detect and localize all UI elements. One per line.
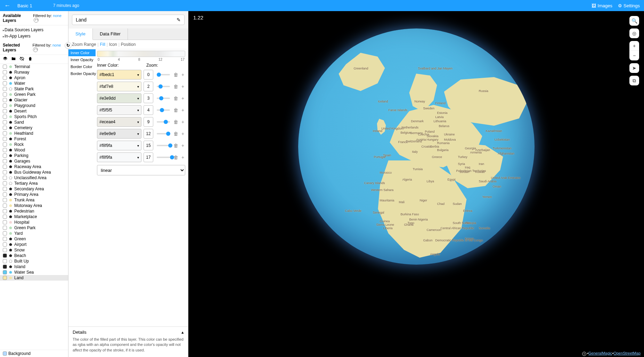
checkbox-icon[interactable]	[3, 81, 7, 85]
layer-item[interactable]: Cemetery	[0, 125, 68, 131]
globe[interactable]: GreenlandIcelandNorwaySwedenFinlandRussi…	[298, 28, 535, 265]
layer-item[interactable]: Water	[0, 81, 68, 86]
layer-item[interactable]: Built Up	[0, 258, 68, 264]
layer-item[interactable]: Desert	[0, 108, 68, 114]
checkbox-icon[interactable]	[3, 109, 7, 113]
prop-inner-color[interactable]: Inner Color	[68, 49, 96, 56]
checkbox-icon[interactable]	[3, 115, 7, 119]
zoom-value-input[interactable]: 15	[144, 141, 153, 150]
delete-stop-button[interactable]: 🗑	[173, 107, 178, 113]
add-stop-button[interactable]: +	[180, 131, 185, 136]
color-swatch[interactable]: #faf7e8▾	[97, 82, 141, 91]
settings-button[interactable]: ⚙Settings	[618, 3, 640, 8]
add-stop-button[interactable]: +	[180, 119, 185, 125]
checkbox-icon[interactable]	[3, 98, 7, 102]
checkbox-icon[interactable]	[3, 276, 7, 280]
layer-item[interactable]: Hospital	[0, 219, 68, 225]
color-swatch[interactable]: #f8f9fa▾	[97, 141, 141, 150]
color-swatch[interactable]: #f5f5f5▾	[97, 105, 141, 115]
zoom-value-input[interactable]: 2	[144, 82, 153, 91]
zoom-slider[interactable]	[157, 109, 170, 111]
visibility-off-icon[interactable]	[19, 56, 24, 62]
back-button[interactable]: ←	[4, 2, 10, 9]
layer-item[interactable]: Runway	[0, 69, 68, 75]
checkbox-icon[interactable]	[3, 237, 7, 241]
layer-item[interactable]: Glacier	[0, 97, 68, 103]
prop-border-opacity[interactable]: Border Opacity	[68, 70, 96, 77]
add-stop-button[interactable]: +	[180, 155, 185, 160]
layer-item[interactable]: Unclassified Area	[0, 175, 68, 181]
layer-item[interactable]: Pedestrian	[0, 208, 68, 214]
layer-item[interactable]: Yard	[0, 231, 68, 236]
checkbox-icon[interactable]	[3, 259, 7, 263]
checkbox-icon[interactable]	[3, 220, 7, 224]
zoom-slider[interactable]	[157, 133, 170, 134]
checkbox-icon[interactable]	[3, 198, 7, 202]
subnav-position[interactable]: Position	[121, 42, 136, 47]
checkbox-icon[interactable]	[3, 181, 7, 185]
delete-stop-button[interactable]: 🗑	[173, 72, 178, 77]
delete-stop-button[interactable]: 🗑	[173, 155, 178, 160]
color-swatch[interactable]: #e9e9e9▾	[97, 129, 141, 139]
zoom-slider[interactable]	[157, 74, 170, 75]
delete-stop-button[interactable]: 🗑	[173, 96, 178, 101]
zoom-out-button[interactable]: −	[629, 51, 639, 60]
checkbox-icon[interactable]	[3, 209, 7, 213]
layer-item[interactable]: Rock	[0, 142, 68, 147]
zoom-value-input[interactable]: 9	[144, 117, 153, 127]
layer-name-field[interactable]: Land ✎	[72, 15, 185, 25]
layer-item[interactable]: State Park	[0, 86, 68, 92]
checkbox-icon[interactable]	[3, 103, 7, 108]
layer-item[interactable]: Raceway Area	[0, 164, 68, 169]
layer-item[interactable]: Secondary Area	[0, 186, 68, 192]
zoom-value-input[interactable]: 4	[144, 105, 153, 115]
checkbox-icon[interactable]	[3, 170, 7, 174]
available-layer-group[interactable]: Data Sources Layers	[3, 27, 65, 33]
copy-button[interactable]: ⧉	[629, 76, 639, 85]
checkbox-icon[interactable]	[3, 142, 7, 147]
checkbox-icon[interactable]	[3, 126, 7, 130]
trash-icon[interactable]	[28, 56, 33, 62]
collapse-details-icon[interactable]: ▴	[181, 330, 184, 335]
layer-item[interactable]: Airport	[0, 242, 68, 247]
checkbox-icon[interactable]	[3, 120, 7, 124]
layer-item[interactable]: Island	[0, 264, 68, 269]
checkbox-icon[interactable]	[3, 76, 7, 80]
checkbox-icon[interactable]	[3, 265, 7, 269]
locate-button[interactable]: ◎	[629, 28, 639, 38]
edit-icon[interactable]: ✎	[177, 17, 181, 23]
tab-style[interactable]: Style	[68, 28, 93, 40]
checkbox-icon[interactable]	[3, 148, 7, 152]
folder-add-icon[interactable]	[11, 56, 16, 62]
zoom-value-input[interactable]: 12	[144, 129, 153, 139]
layer-item[interactable]: Trunk Area	[0, 197, 68, 203]
checkbox-icon[interactable]	[3, 137, 7, 141]
available-filter[interactable]: Filtered by: none	[33, 14, 65, 23]
layer-item[interactable]: Green	[0, 236, 68, 242]
zoom-value-input[interactable]: 17	[144, 152, 153, 162]
checkbox-icon[interactable]	[3, 226, 7, 230]
zoom-value-input[interactable]: 3	[144, 93, 153, 103]
checkbox-icon[interactable]	[3, 65, 7, 69]
sync-button[interactable]: ↻	[65, 42, 72, 49]
delete-stop-button[interactable]: 🗑	[173, 131, 178, 136]
color-swatch[interactable]: #e3e9dd▾	[97, 93, 141, 103]
zoom-slider[interactable]	[157, 121, 170, 123]
layer-item[interactable]: Beach	[0, 253, 68, 258]
attribution-generalmagic[interactable]: GeneralMagic	[588, 351, 612, 355]
layer-item[interactable]: Green Park	[0, 225, 68, 231]
checkbox-icon[interactable]	[3, 153, 7, 158]
layers-icon[interactable]	[3, 56, 8, 62]
color-swatch[interactable]: #f8f9fa▾	[97, 152, 141, 162]
gradient-preview[interactable]	[97, 51, 185, 57]
layer-item[interactable]: Motorway Area	[0, 203, 68, 208]
zoom-value-input[interactable]: 0	[144, 70, 153, 80]
checkbox-icon[interactable]	[3, 248, 7, 252]
checkbox-icon[interactable]	[3, 176, 7, 180]
tab-data-filter[interactable]: Data Filter	[93, 28, 128, 40]
checkbox-icon[interactable]	[3, 204, 7, 208]
layer-item[interactable]: Primary Area	[0, 192, 68, 197]
layer-list[interactable]: TerminalRunwayApronWaterState ParkGreen …	[0, 64, 68, 350]
checkbox-icon[interactable]	[3, 159, 7, 163]
available-layer-group[interactable]: In-App Layers	[3, 33, 65, 39]
